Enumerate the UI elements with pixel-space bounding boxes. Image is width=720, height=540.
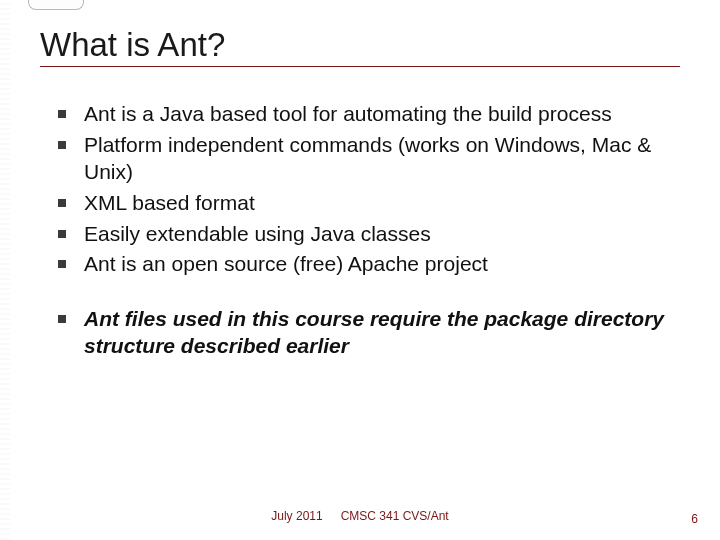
bullet-text: Ant is a Java based tool for automating …: [84, 101, 612, 128]
bullet-text: Ant is an open source (free) Apache proj…: [84, 251, 488, 278]
square-bullet-icon: [58, 230, 66, 238]
list-item: Ant is a Java based tool for automating …: [58, 101, 680, 128]
list-item: XML based format: [58, 190, 680, 217]
list-item: Ant files used in this course require th…: [58, 306, 680, 360]
bullet-text: Easily extendable using Java classes: [84, 221, 431, 248]
slide-footer: July 2011 CMSC 341 CVS/Ant: [0, 506, 720, 526]
bullet-text: XML based format: [84, 190, 255, 217]
square-bullet-icon: [58, 110, 66, 118]
square-bullet-icon: [58, 199, 66, 207]
bullet-text: Platform independent commands (works on …: [84, 132, 674, 186]
footer-date: July 2011: [271, 509, 322, 523]
slide-title: What is Ant?: [40, 26, 680, 67]
list-item: Easily extendable using Java classes: [58, 221, 680, 248]
bullet-text: Ant files used in this course require th…: [84, 306, 674, 360]
square-bullet-icon: [58, 141, 66, 149]
list-item: Platform independent commands (works on …: [58, 132, 680, 186]
list-item: Ant is an open source (free) Apache proj…: [58, 251, 680, 278]
bullet-list: Ant is a Java based tool for automating …: [40, 101, 680, 360]
footer-course: CMSC 341 CVS/Ant: [341, 509, 449, 523]
square-bullet-icon: [58, 260, 66, 268]
square-bullet-icon: [58, 315, 66, 323]
slide-body: What is Ant? Ant is a Java based tool fo…: [0, 0, 720, 540]
page-number: 6: [691, 512, 698, 526]
